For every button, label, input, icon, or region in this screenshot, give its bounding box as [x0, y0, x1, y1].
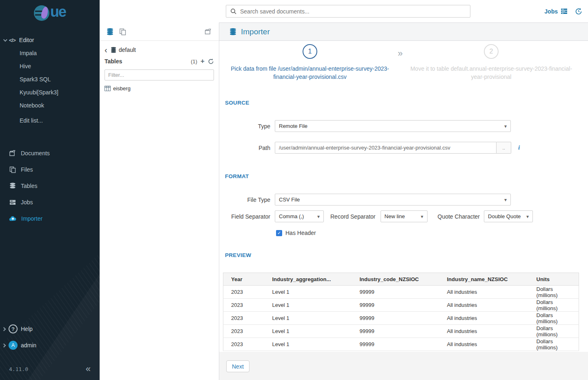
importer-icon [9, 215, 17, 222]
editor-label: Editor [19, 37, 34, 43]
table-row: 2023Level 199999All industriesDollars (m… [223, 286, 579, 299]
sidebar-item-hive[interactable]: Hive [0, 60, 100, 73]
sidebar-item-tables[interactable]: Tables [0, 178, 100, 194]
preview-cell: All industries [443, 299, 532, 312]
nav-label: Importer [21, 215, 42, 222]
quote-character-select[interactable]: Double Quote [484, 210, 533, 222]
type-label: Type [219, 123, 270, 130]
sidebar-item-impala[interactable]: Impala [0, 47, 100, 60]
step-2-circle: 2 [484, 44, 499, 59]
preview-cell: Level 1 [268, 325, 356, 338]
sidebar-item-notebook[interactable]: Notebook [0, 99, 100, 112]
back-chevron-icon[interactable]: ‹ [105, 46, 107, 54]
field-separator-value: Comma (,) [279, 213, 304, 219]
assist-db-icon[interactable] [106, 28, 114, 36]
column-header: Industry_code_NZSIOC [356, 273, 443, 286]
sidebar-item-jobs[interactable]: Jobs [0, 194, 100, 210]
column-header: Units [532, 273, 579, 286]
preview-cell: Dollars (millions) [532, 325, 579, 338]
preview-table-body: 2023Level 199999All industriesDollars (m… [223, 286, 579, 351]
refresh-icon[interactable] [208, 58, 214, 65]
table-entry-eisberg[interactable]: eisberg [105, 83, 214, 94]
main-panel: Importer 1 Pick data from file /user/adm… [219, 22, 588, 380]
help-icon: ? [9, 324, 18, 333]
source-heading: SOURCE [225, 100, 249, 106]
preview-cell: All industries [443, 325, 532, 338]
chevron-down-icon [0, 39, 9, 42]
record-separator-label: Record Separator [330, 213, 376, 220]
sidebar-item-admin[interactable]: A admin [0, 337, 100, 353]
info-icon[interactable]: i [518, 144, 520, 151]
path-input[interactable] [275, 142, 497, 154]
file-type-row: File Type CSV File [219, 194, 511, 206]
database-breadcrumb[interactable]: ‹ default [105, 45, 214, 55]
hue-logo[interactable]: ue [0, 3, 100, 23]
footer-band: Next [219, 352, 588, 380]
sidebar-item-edit-list[interactable]: Edit list... [0, 114, 100, 127]
file-type-label: File Type [219, 197, 270, 203]
file-type-select[interactable]: CSV File [275, 194, 511, 206]
importer-content: 1 Pick data from file /user/admin/annual… [219, 41, 588, 380]
importer-header: Importer [219, 22, 588, 41]
step-arrow-icon: » [398, 48, 403, 59]
field-separator-label: Field Separator [219, 213, 270, 220]
topbar-right: Jobs [544, 0, 582, 22]
has-header-row: Has Header [276, 230, 316, 236]
assist-documents-icon[interactable] [119, 28, 127, 36]
path-label: Path [219, 145, 270, 151]
column-header: Industry_aggregation... [268, 273, 356, 286]
add-table-icon[interactable]: + [200, 58, 205, 64]
preview-cell: 99999 [356, 338, 443, 351]
tables-label: Tables [105, 58, 122, 65]
sidebar-item-files[interactable]: Files [0, 161, 100, 178]
assist-header [100, 22, 219, 41]
browse-button[interactable]: .. [497, 142, 511, 154]
preview-cell: 99999 [356, 312, 443, 325]
next-button[interactable]: Next [226, 360, 249, 372]
sidebar-item-importer[interactable]: Importer [0, 210, 100, 227]
preview-cell: Level 1 [268, 312, 356, 325]
search-box[interactable] [226, 5, 470, 18]
jobs-icon [9, 199, 16, 206]
assist-panel: ‹ default Tables (1) + eisberg [100, 22, 219, 380]
wizard-step-2[interactable]: 2 Move it to table default.annual-enterp… [410, 44, 573, 81]
preview-header-row: Year Industry_aggregation... Industry_co… [223, 273, 579, 286]
sidebar-item-spark3-sql[interactable]: Spark3 SQL [0, 73, 100, 86]
file-type-value: CSV File [279, 197, 300, 203]
sidebar-item-documents[interactable]: Documents [0, 145, 100, 161]
importer-db-icon [229, 28, 237, 36]
collapse-sidebar-icon[interactable]: « [86, 364, 91, 373]
table-row: 2023Level 199999All industriesDollars (m… [223, 325, 579, 338]
field-separator-select[interactable]: Comma (,) [275, 210, 324, 222]
type-select[interactable]: Remote File [275, 120, 511, 132]
preview-cell: All industries [443, 312, 532, 325]
sidebar-item-editor[interactable]: </> Editor [0, 34, 100, 47]
sidebar-footer: ? Help A admin [0, 321, 100, 353]
record-separator-select[interactable]: New line [381, 210, 428, 222]
sidebar-item-kyuubi-spark3[interactable]: Kyuubi[Spark3] [0, 86, 100, 99]
preview-cell: All industries [443, 286, 532, 299]
table-name: eisberg [113, 85, 131, 92]
wizard-step-1[interactable]: 1 Pick data from file /user/admin/annual… [228, 44, 392, 81]
preview-cell: Level 1 [268, 338, 356, 351]
path-row: Path .. i [219, 142, 520, 154]
preview-cell: 99999 [356, 299, 443, 312]
preview-cell: Level 1 [268, 286, 356, 299]
code-icon: </> [9, 37, 16, 43]
search-icon [230, 8, 237, 15]
type-row: Type Remote File [219, 120, 511, 132]
documents-icon [9, 150, 16, 157]
column-header: Year [223, 273, 268, 286]
sidebar-item-help[interactable]: ? Help [0, 321, 100, 337]
jobs-link[interactable]: Jobs [544, 8, 568, 15]
sidebar: ue </> Editor Impala Hive Spark3 SQL Kyu… [0, 0, 100, 380]
search-input[interactable] [240, 8, 466, 15]
record-separator-value: New line [385, 213, 405, 219]
has-header-checkbox[interactable] [276, 230, 282, 236]
preview-cell: 2023 [223, 338, 268, 351]
assist-folder-icon[interactable] [204, 28, 212, 36]
history-icon[interactable] [575, 8, 582, 15]
table-filter-input[interactable] [105, 69, 214, 80]
page-title: Importer [241, 27, 270, 36]
nav-label: Tables [21, 183, 37, 189]
